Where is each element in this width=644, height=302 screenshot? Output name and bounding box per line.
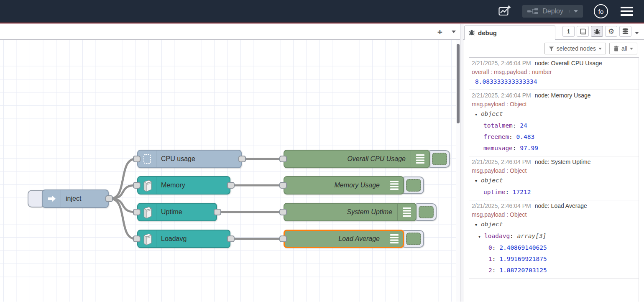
debug-timestamp: 2/21/2025, 2:46:04 PM (472, 202, 531, 209)
debug-property: msg.payload : Object (472, 210, 637, 219)
collapse-caret-icon[interactable]: ▾ (475, 109, 481, 120)
canvas-scrollbar[interactable] (456, 40, 460, 302)
input-port[interactable] (279, 156, 287, 162)
inject-arrow-icon (46, 193, 57, 204)
node-label: Loadavg (161, 230, 187, 248)
debug-message-list: 2/21/2025, 2:46:04 PMnode: Overall CPU U… (469, 57, 639, 302)
node-inject[interactable]: inject (42, 189, 109, 208)
json-value: 2.40869140625 (499, 244, 547, 251)
node-uptime[interactable]: Uptime (137, 203, 217, 221)
deploy-button[interactable]: Deploy (522, 5, 583, 18)
workspace: + injectCPU usageMemoryUptimeLoadavgOver… (0, 24, 460, 302)
debug-property: msg.payload : Object (472, 100, 637, 108)
input-port[interactable] (133, 209, 141, 215)
node-load-average[interactable]: Load Average (284, 230, 404, 248)
json-key: totalmem (483, 122, 513, 129)
input-port[interactable] (133, 182, 141, 189)
debug-toggle-state (406, 233, 421, 245)
debug-message[interactable]: 2/21/2025, 2:46:04 PMnode: Memory Usagem… (469, 90, 639, 156)
output-port[interactable] (227, 235, 235, 242)
sidebar-options-caret[interactable] (635, 32, 639, 34)
add-flow-button[interactable]: + (437, 28, 442, 36)
debug-value-row: ▾object (472, 175, 637, 187)
debug-timestamp: 2/21/2025, 2:46:04 PM (472, 92, 531, 99)
book-icon (579, 28, 586, 35)
json-value: 1.88720703125 (499, 267, 547, 274)
collapse-caret-icon[interactable]: ▾ (475, 175, 481, 187)
json-value: 17212 (513, 189, 531, 195)
input-port[interactable] (279, 235, 287, 242)
json-type: object (481, 110, 503, 117)
canvas-scrollbar-thumb[interactable] (457, 44, 460, 123)
debug-filter-button[interactable]: selected nodes (544, 43, 606, 54)
config-nodes-tab-button[interactable]: ⚙ (605, 26, 617, 37)
deploy-icon (527, 8, 538, 15)
node-system-uptime[interactable]: System Uptime (284, 203, 417, 221)
debug-toggle-state (419, 206, 434, 218)
deploy-options-caret[interactable] (569, 10, 578, 13)
debug-clear-button[interactable]: all (609, 43, 637, 54)
context-data-tab-button[interactable] (619, 26, 631, 37)
debug-filter-label: selected nodes (557, 45, 596, 52)
debug-toggle-button[interactable] (401, 230, 424, 248)
chip-icon (142, 153, 153, 165)
user-avatar[interactable]: fo (594, 4, 608, 18)
debug-message[interactable]: 2/21/2025, 2:46:04 PMnode: Overall CPU U… (469, 58, 639, 90)
node-overall-cpu-usage[interactable]: Overall CPU Usage (284, 150, 430, 168)
debug-list-icon (390, 233, 399, 244)
node-label: System Uptime (347, 203, 392, 221)
input-port[interactable] (133, 235, 141, 242)
debug-message[interactable]: 2/21/2025, 2:46:04 PMnode: Load Averagem… (469, 200, 639, 279)
node-label: Uptime (161, 203, 182, 221)
flow-canvas[interactable]: injectCPU usageMemoryUptimeLoadavgOveral… (0, 40, 460, 302)
server-icon (138, 230, 156, 247)
debug-value-row: 2: 1.88720703125 (472, 265, 637, 276)
info-tab-button[interactable]: i (562, 26, 575, 37)
wire[interactable] (110, 199, 135, 212)
output-port[interactable] (238, 156, 246, 162)
output-port[interactable] (214, 209, 221, 215)
flow-snapshot-icon[interactable] (498, 4, 511, 18)
node-cpu-usage[interactable]: CPU usage (137, 150, 242, 168)
collapse-caret-icon[interactable]: ▾ (475, 219, 481, 230)
debug-tab-button[interactable] (591, 26, 603, 37)
debug-property: msg.payload : Object (472, 166, 637, 175)
node-label: Load Average (338, 230, 380, 248)
list-icon (385, 177, 403, 194)
node-memory-usage[interactable]: Memory Usage (284, 176, 404, 195)
help-tab-button[interactable] (577, 26, 589, 37)
debug-message[interactable]: 2/21/2025, 2:46:04 PMnode: System Uptime… (469, 156, 639, 200)
json-value: array[3] (517, 233, 547, 239)
sidebar-tabbar: debug i (463, 24, 644, 40)
debug-list-icon (390, 180, 399, 191)
collapse-caret-icon[interactable]: ▾ (478, 231, 484, 242)
json-value: 1.99169921875 (499, 256, 547, 262)
flow-list-caret[interactable] (452, 31, 456, 33)
node-loadavg[interactable]: Loadavg (137, 230, 230, 248)
input-port[interactable] (279, 182, 287, 189)
debug-toggle-button[interactable] (413, 203, 437, 221)
tab-debug[interactable]: debug (464, 26, 555, 40)
debug-message-meta: 2/21/2025, 2:46:04 PMnode: Memory Usage (472, 91, 637, 100)
debug-value-row: 8.083333333333334 (472, 76, 637, 87)
wire[interactable] (110, 185, 135, 199)
debug-toggle-button[interactable] (427, 150, 450, 168)
list-icon (385, 230, 403, 247)
debug-toggle-button[interactable] (401, 177, 424, 194)
node-memory[interactable]: Memory (137, 176, 230, 195)
output-port[interactable] (105, 195, 113, 202)
json-key: memusage (483, 145, 513, 151)
json-value: 97.99 (520, 145, 538, 151)
json-type: object (481, 177, 503, 184)
input-port[interactable] (133, 156, 141, 162)
input-port[interactable] (279, 209, 287, 215)
menu-icon[interactable] (619, 5, 635, 18)
debug-value-row: memusage: 97.99 (472, 143, 637, 154)
bug-icon (594, 28, 601, 35)
output-port[interactable] (227, 182, 235, 189)
debug-toggle-state (406, 179, 421, 192)
debug-message-meta: 2/21/2025, 2:46:04 PMnode: Overall CPU U… (472, 59, 637, 68)
json-type: object (481, 221, 503, 228)
sidebar-resize-handle[interactable] (460, 24, 463, 302)
server-icon (141, 232, 153, 246)
